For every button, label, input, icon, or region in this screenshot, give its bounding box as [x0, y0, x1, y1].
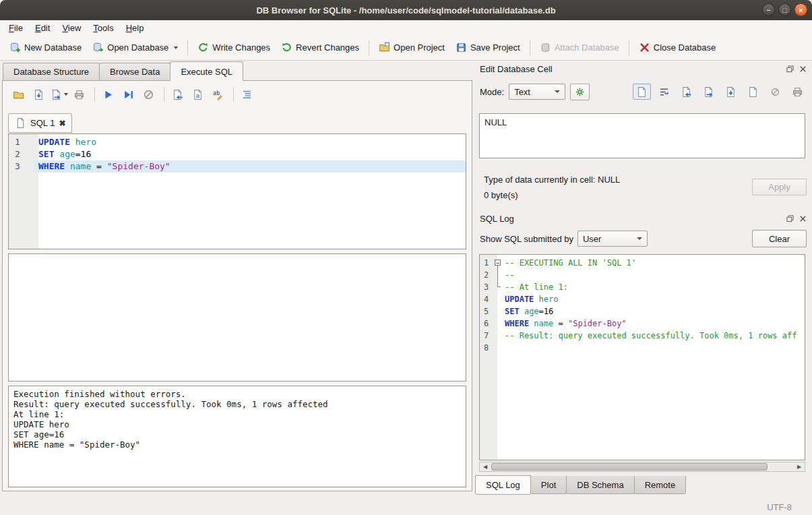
auto-format-icon	[241, 89, 253, 100]
save-sql-file-as-button[interactable]	[50, 86, 68, 103]
menu-help[interactable]: Help	[120, 22, 150, 34]
copy-data-button[interactable]	[744, 84, 762, 100]
stop-button[interactable]	[139, 86, 158, 103]
open-sql-file-button[interactable]	[9, 86, 28, 103]
log-line: 8	[480, 342, 805, 354]
sql-log-header: SQL Log	[480, 213, 807, 224]
line-number: 3	[9, 160, 33, 173]
print-icon	[73, 89, 85, 100]
chevron-down-icon	[555, 90, 560, 93]
tab-execute-sql[interactable]: Execute SQL	[170, 61, 243, 81]
tab-db-schema[interactable]: DB Schema	[566, 476, 634, 494]
close-panel-icon[interactable]	[798, 214, 807, 224]
write-changes-button[interactable]: Write Changes	[192, 38, 276, 57]
float-panel-icon[interactable]	[785, 214, 794, 224]
tab-sql-log[interactable]: SQL Log	[475, 475, 531, 495]
scroll-right-icon[interactable]: ▶	[794, 462, 805, 471]
menu-edit[interactable]: Edit	[29, 22, 56, 34]
write-changes-label: Write Changes	[212, 42, 270, 53]
sql-tab[interactable]: SQL 1	[8, 113, 72, 133]
execute-all-button[interactable]	[99, 86, 117, 103]
attach-database-button[interactable]: Attach Database	[534, 38, 625, 57]
open-project-label: Open Project	[394, 42, 445, 53]
close-button[interactable]: ×	[794, 3, 807, 16]
save-sql-file-button[interactable]	[30, 86, 48, 103]
write-changes-icon	[197, 42, 209, 53]
maximize-button[interactable]: □	[778, 3, 791, 16]
mode-value: Text	[514, 87, 530, 97]
titlebar: DB Browser for SQLite - /home/user/code/…	[0, 0, 812, 20]
save-as-button[interactable]	[722, 84, 740, 100]
revert-changes-button[interactable]: Revert Changes	[276, 38, 365, 57]
import-from-file-button[interactable]	[677, 84, 695, 100]
toolbar-separator	[629, 40, 629, 55]
tab-database-structure[interactable]: Database Structure	[3, 63, 100, 80]
sql-log-view[interactable]: 1−-- EXECUTING ALL IN 'SQL 1'2--3-- At l…	[479, 254, 805, 460]
mode-settings-icon	[574, 86, 586, 98]
find-icon: a	[192, 89, 204, 100]
filter-value: User	[583, 234, 601, 244]
message-line: Result: query executed successfully. Too…	[13, 399, 461, 409]
export-results-icon	[172, 89, 183, 100]
menu-view[interactable]: View	[56, 22, 87, 34]
export-results-button[interactable]	[168, 86, 187, 103]
tab-browse-data[interactable]: Browse Data	[99, 63, 170, 80]
print-button[interactable]	[70, 86, 88, 103]
fold-marker-open-icon[interactable]: −	[493, 257, 503, 269]
mode-select[interactable]: Text	[509, 84, 565, 100]
cell-editor[interactable]: NULL	[479, 113, 805, 158]
code-text: WHERE name = "Spider-Boy"	[33, 160, 466, 173]
minimize-button[interactable]: −	[762, 3, 775, 16]
sql-editor[interactable]: 1UPDATE hero2SET age=163WHERE name = "Sp…	[8, 133, 466, 249]
line-number: 4	[480, 293, 493, 305]
float-panel-icon[interactable]	[785, 65, 794, 74]
encoding-indicator: UTF-8	[767, 502, 792, 512]
scrollbar-track[interactable]	[491, 462, 794, 471]
tab-remote[interactable]: Remote	[634, 476, 687, 494]
open-database-button[interactable]: Open Database	[87, 38, 183, 57]
text-mode-button[interactable]	[633, 84, 651, 100]
export-to-file-button[interactable]	[699, 84, 718, 100]
execute-current-line-button[interactable]	[119, 86, 137, 103]
open-project-icon	[379, 42, 390, 53]
scroll-left-icon[interactable]: ◀	[480, 462, 491, 471]
word-wrap-button[interactable]	[655, 84, 673, 100]
clear-button[interactable]: Clear	[752, 230, 807, 247]
mode-settings-button[interactable]	[570, 84, 590, 100]
export-to-file-icon	[703, 86, 714, 98]
editor-line: 1UPDATE hero	[9, 136, 466, 148]
find-replace-button[interactable]: ab	[209, 86, 227, 103]
print-cell-button[interactable]	[788, 84, 807, 100]
close-tab-icon[interactable]	[59, 119, 65, 127]
close-panel-icon[interactable]	[798, 65, 807, 74]
svg-text:ab: ab	[213, 90, 220, 96]
new-database-button[interactable]: New Database	[4, 38, 87, 57]
menu-tools[interactable]: Tools	[87, 22, 119, 34]
line-number: 5	[480, 305, 493, 317]
scrollbar-thumb[interactable]	[491, 463, 768, 471]
menu-file[interactable]: File	[3, 22, 29, 34]
tab-plot[interactable]: Plot	[530, 476, 567, 494]
save-project-button[interactable]: Save Project	[450, 38, 526, 57]
line-number: 6	[480, 317, 493, 330]
set-null-button[interactable]	[766, 84, 784, 100]
log-line: 1−-- EXECUTING ALL IN 'SQL 1'	[480, 257, 805, 269]
code-text: --	[503, 269, 805, 281]
horizontal-scrollbar[interactable]: ◀ ▶	[479, 462, 805, 472]
open-project-button[interactable]: Open Project	[373, 38, 450, 57]
toolbar-separator	[233, 87, 234, 102]
close-database-icon	[639, 42, 650, 53]
find-button[interactable]: a	[189, 86, 207, 103]
text-mode-icon	[636, 86, 648, 98]
code-text: -- EXECUTING ALL IN 'SQL 1'	[503, 257, 805, 269]
cell-toolbar	[633, 84, 807, 100]
code-text: WHERE name = "Spider-Boy"	[503, 317, 805, 330]
open-sql-file-icon	[13, 89, 24, 100]
close-database-button[interactable]: Close Database	[633, 38, 722, 57]
apply-button[interactable]: Apply	[752, 179, 807, 195]
auto-format-button[interactable]	[238, 86, 256, 103]
line-number: 2	[480, 269, 493, 281]
message-line: Execution finished without errors.	[13, 389, 461, 399]
execution-message-pane: Execution finished without errors.Result…	[8, 386, 466, 487]
submitted-by-select[interactable]: User	[577, 231, 648, 247]
